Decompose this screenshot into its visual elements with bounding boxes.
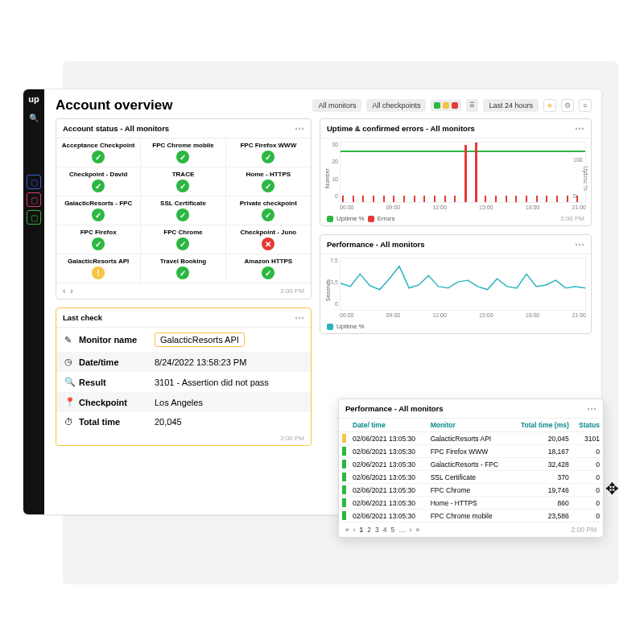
prev-icon[interactable]: ‹ [63,287,65,295]
search-icon: 🔍 [64,377,79,387]
table-row[interactable]: 02/06/2021 13:05:30GalacticResorts API20… [339,432,603,445]
check-icon: ✓ [176,208,189,221]
timestamp: 2:00 PM [280,435,304,442]
search-icon[interactable]: 🔍 [27,110,41,125]
card-last-check: Last check ⋯ ✎ Monitor name GalacticReso… [56,308,312,446]
status-cell[interactable]: Amazon HTTPS✓ [226,254,311,283]
check-icon: ✓ [262,180,275,192]
card-account-status: Account status - All monitors ⋯ Acceptan… [56,118,312,299]
check-icon: ✓ [92,151,105,163]
move-cursor-icon: ✥ [605,479,619,498]
pager-button[interactable]: 1 [360,526,364,534]
check-icon: ✓ [262,208,275,221]
status-cell[interactable]: Checkpoint - Juno✕ [226,225,311,254]
more-icon[interactable]: ⋯ [575,126,584,132]
status-cell[interactable]: Checkpoint - David✓ [56,167,141,196]
status-cell[interactable]: SSL Certificate✓ [141,196,225,225]
status-cell[interactable]: Home - HTTPS✓ [226,167,311,196]
col-status[interactable]: Status [572,419,603,432]
pager-button[interactable]: « [345,526,349,534]
more-icon[interactable]: ⋯ [295,126,304,132]
status-cell[interactable]: FPC Firefox WWW✓ [226,138,311,167]
check-icon: ✓ [92,180,105,192]
nav-icon-green[interactable]: ▢ [27,210,41,225]
table-row[interactable]: 02/06/2021 13:05:30Home - HTTPS8600 [339,497,603,510]
filter-checkpoints[interactable]: All checkpoints [366,99,426,112]
pager-button[interactable]: » [416,526,420,534]
timestamp: 2:00 PM [571,526,597,534]
timerange-filter[interactable]: Last 24 hours [483,99,539,112]
card-title: Account status - All monitors [63,124,295,133]
more-icon[interactable]: ⋯ [575,242,584,248]
check-icon: ✓ [262,151,275,163]
table-row[interactable]: 02/06/2021 13:05:30FPC Chrome19,7460 [339,484,603,497]
table-row[interactable]: 02/06/2021 13:05:30FPC Firefox WWW18,167… [339,445,603,458]
status-cell[interactable]: GalacticResorts - FPC✓ [56,196,141,225]
pager-button[interactable]: 2 [367,526,371,534]
check-icon: ✓ [176,266,189,279]
status-cell[interactable]: FPC Firefox✓ [56,225,141,254]
sidebar: up 🔍 ▢ ▢ ▢ [23,89,44,514]
grid-view-icon[interactable]: ⠿ [466,99,478,112]
pager-button[interactable]: › [410,526,412,534]
table-row[interactable]: 02/06/2021 13:05:30GalacticResorts - FPC… [339,458,603,471]
col-totaltime[interactable]: Total time (ms) [511,419,572,432]
table-row[interactable]: 02/06/2021 13:05:30SSL Certificate3700 [339,471,603,484]
check-icon: ✓ [92,208,105,221]
chart-plot [340,258,586,311]
status-cell[interactable]: Acceptance Checkpoint✓ [56,138,141,167]
nav-icon-blue[interactable]: ▢ [27,175,41,189]
menu-icon[interactable]: ≡ [579,99,592,112]
gauge-icon: ⏱ [64,417,79,427]
nav-icon-pink[interactable]: ▢ [27,192,41,207]
card-title: Performance - All monitors [327,240,575,249]
status-cell[interactable]: Private checkpoint✓ [226,196,311,225]
pin-icon: 📍 [64,397,79,407]
header: Account overview All monitors All checkp… [44,89,601,118]
status-cell[interactable]: FPC Chrome mobile✓ [141,138,225,167]
detail-row: ⏱ Total time 20,045 [56,412,311,431]
pager-button[interactable]: 4 [383,526,387,534]
pager: «‹12345…›»2:00 PM [339,522,603,537]
check-icon: ✓ [262,266,275,279]
logo: up [28,94,39,104]
more-icon[interactable]: ⋯ [587,406,597,412]
gear-icon[interactable]: ⚙ [561,99,574,112]
card-performance-chart: Performance - All monitors ⋯ Seconds 7,5… [320,234,592,334]
status-cell[interactable]: Travel Booking✓ [141,254,225,283]
clock-icon: ◷ [64,357,79,367]
card-title: Performance - All monitors [345,404,587,413]
check-icon: ✓ [176,180,189,192]
check-icon: ✓ [176,151,189,163]
status-cell[interactable]: TRACE✓ [141,167,225,196]
status-filter[interactable] [431,100,461,111]
check-icon: ✓ [92,237,105,250]
error-icon: ✕ [262,237,275,250]
pager-button[interactable]: ‹ [353,526,356,534]
detail-row: 📍 Checkpoint Los Angeles [56,392,311,412]
status-cell[interactable]: GalacticResorts API! [56,254,141,283]
card-performance-table: Performance - All monitors ⋯ Date/ time … [338,398,604,538]
chart-plot [340,142,586,203]
star-icon[interactable]: ★ [543,99,556,112]
pencil-icon: ✎ [64,335,79,345]
card-title: Uptime & confirmed errors - All monitors [327,124,575,133]
card-uptime-chart: Uptime & confirmed errors - All monitors… [320,118,592,226]
performance-table: Date/ time Monitor Total time (ms) Statu… [339,419,603,522]
page-title: Account overview [56,97,308,114]
next-icon[interactable]: › [70,287,72,295]
status-cell[interactable]: FPC Chrome✓ [141,225,225,254]
detail-row: ✎ Monitor name GalacticResorts API [56,328,311,352]
detail-row: ◷ Date/time 8/24/2022 13:58:23 PM [56,352,311,372]
table-row[interactable]: 02/06/2021 13:05:30FPC Chrome mobile23,5… [339,510,603,522]
pager-button[interactable]: 5 [391,526,395,534]
check-icon: ✓ [176,237,189,250]
pager-button[interactable]: 3 [375,526,379,534]
filter-monitors[interactable]: All monitors [312,99,361,112]
timestamp: 2:00 PM [280,287,304,295]
col-datetime[interactable]: Date/ time [349,419,427,432]
col-monitor[interactable]: Monitor [427,419,511,432]
pager-button[interactable]: … [398,526,406,534]
warning-icon: ! [92,266,105,279]
more-icon[interactable]: ⋯ [295,315,304,321]
